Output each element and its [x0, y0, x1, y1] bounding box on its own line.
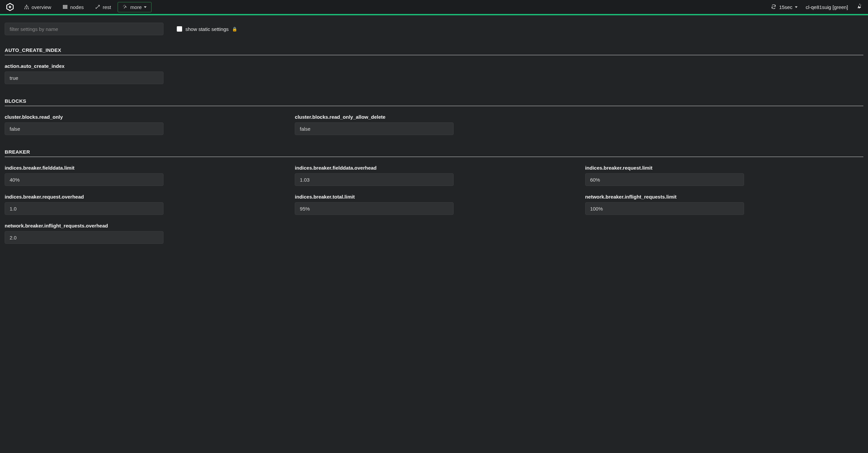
cluster-status-label: cl-qe81suig [green] [806, 4, 848, 10]
setting-item: indices.breaker.request.overhead 1.0 [5, 194, 171, 215]
setting-label: indices.breaker.fielddata.overhead [295, 165, 461, 171]
show-static-settings-checkbox[interactable]: show static settings 🔒 [177, 26, 237, 32]
svg-point-3 [25, 7, 26, 8]
setting-value-input[interactable]: 95% [295, 202, 454, 215]
setting-label: indices.breaker.request.limit [585, 165, 751, 171]
setting-label: cluster.blocks.read_only_allow_delete [295, 114, 461, 120]
svg-point-7 [28, 8, 29, 9]
svg-rect-8 [63, 5, 67, 6]
setting-label: cluster.blocks.read_only [5, 114, 171, 120]
setting-item: indices.breaker.fielddata.limit 40% [5, 165, 171, 186]
nav-overview-label: overview [32, 4, 51, 10]
nav-rest-label: rest [103, 4, 111, 10]
section-divider [5, 157, 863, 157]
refresh-icon [771, 4, 776, 10]
setting-item: indices.breaker.fielddata.overhead 1.03 [295, 165, 461, 186]
setting-value-input[interactable]: 1.0 [5, 202, 163, 215]
svg-point-5 [24, 8, 25, 9]
chevron-down-icon [144, 6, 147, 8]
nav-rest[interactable]: rest [90, 2, 116, 12]
filter-settings-input[interactable] [5, 23, 163, 35]
svg-point-1 [10, 7, 10, 7]
nav-more-label: more [130, 4, 142, 10]
chevron-down-icon [795, 6, 798, 8]
nav-nodes[interactable]: nodes [58, 2, 88, 12]
overview-icon [24, 4, 29, 10]
section-divider [5, 106, 863, 106]
lock-icon: 🔒 [232, 27, 237, 32]
setting-label: network.breaker.inflight_requests.overhe… [5, 223, 171, 228]
setting-value-input[interactable]: 1.03 [295, 173, 454, 186]
nav-nodes-label: nodes [70, 4, 84, 10]
setting-value-input[interactable]: 40% [5, 173, 163, 186]
svg-rect-10 [63, 8, 67, 9]
setting-value-input[interactable]: true [5, 72, 163, 84]
rest-icon [95, 4, 100, 10]
setting-label: action.auto_create_index [5, 63, 171, 69]
setting-item: cluster.blocks.read_only_allow_delete fa… [295, 114, 461, 135]
nodes-icon [62, 4, 68, 10]
setting-value-input[interactable]: 2.0 [5, 231, 163, 244]
refresh-interval-label: 15sec [779, 4, 792, 10]
nav-overview[interactable]: overview [19, 2, 56, 12]
setting-label: indices.breaker.fielddata.limit [5, 165, 171, 171]
brand-logo-icon [5, 2, 14, 12]
checkbox-icon [177, 26, 182, 32]
connect-icon[interactable] [856, 3, 862, 11]
svg-point-4 [28, 7, 29, 8]
setting-value-input[interactable]: 100% [585, 202, 744, 215]
section-title-auto-create-index: AUTO_CREATE_INDEX [5, 47, 863, 53]
svg-point-2 [26, 5, 27, 6]
setting-item: indices.breaker.total.limit 95% [295, 194, 461, 215]
nav-more[interactable]: more [118, 2, 152, 12]
setting-value-input[interactable]: false [295, 122, 454, 135]
section-divider [5, 55, 863, 55]
setting-item: action.auto_create_index true [5, 63, 171, 84]
show-static-label: show static settings [185, 26, 229, 32]
svg-point-6 [26, 8, 27, 9]
setting-item: network.breaker.inflight_requests.limit … [585, 194, 751, 215]
section-title-blocks: BLOCKS [5, 98, 863, 104]
setting-value-input[interactable]: false [5, 122, 163, 135]
setting-value-input[interactable]: 60% [585, 173, 744, 186]
top-navbar: overview nodes rest more 15sec cl-qe81su… [0, 0, 868, 15]
setting-item: cluster.blocks.read_only false [5, 114, 171, 135]
setting-label: indices.breaker.total.limit [295, 194, 461, 200]
setting-label: network.breaker.inflight_requests.limit [585, 194, 751, 200]
setting-item: network.breaker.inflight_requests.overhe… [5, 223, 171, 244]
settings-page: show static settings 🔒 AUTO_CREATE_INDEX… [0, 15, 868, 271]
setting-item: indices.breaker.request.limit 60% [585, 165, 751, 186]
section-title-breaker: BREAKER [5, 149, 863, 155]
svg-rect-9 [63, 7, 67, 7]
refresh-interval-dropdown[interactable]: 15sec [771, 4, 798, 10]
more-icon [123, 4, 128, 10]
setting-label: indices.breaker.request.overhead [5, 194, 171, 200]
